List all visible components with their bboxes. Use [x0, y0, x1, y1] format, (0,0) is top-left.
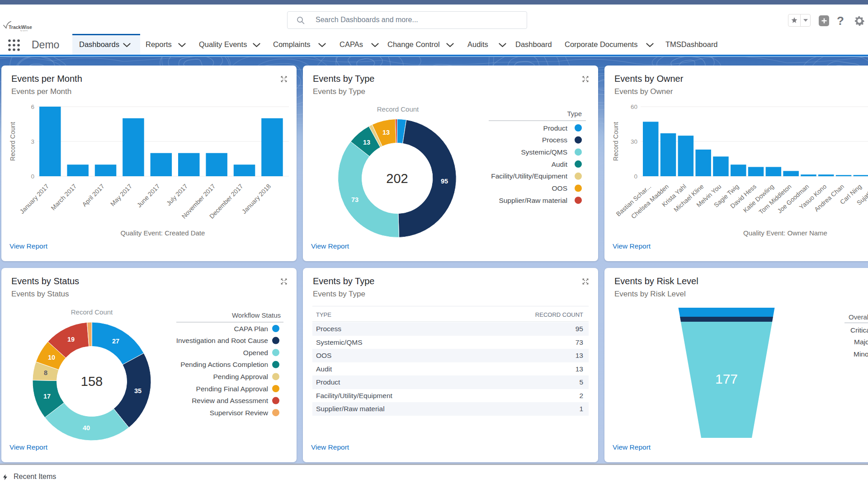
- svg-text:Workflow Status: Workflow Status: [232, 311, 281, 319]
- svg-text:40: 40: [83, 424, 90, 432]
- svg-text:10: 10: [48, 354, 55, 361]
- svg-text:Record Count: Record Count: [9, 122, 16, 161]
- svg-text:Product: Product: [543, 124, 568, 132]
- svg-text:158: 158: [81, 374, 103, 389]
- svg-text:13: 13: [382, 129, 390, 136]
- svg-text:January 2018: January 2018: [241, 183, 273, 215]
- svg-text:Record Count: Record Count: [612, 122, 619, 161]
- svg-text:13: 13: [363, 139, 370, 146]
- svg-text:73: 73: [351, 196, 359, 203]
- svg-text:Pending Final Approval: Pending Final Approval: [196, 385, 268, 393]
- svg-text:Audit: Audit: [552, 160, 568, 168]
- svg-text:177: 177: [715, 371, 738, 386]
- svg-text:Supervisor Review: Supervisor Review: [210, 409, 269, 417]
- svg-text:35: 35: [134, 387, 142, 394]
- svg-text:Systemic/QMS: Systemic/QMS: [521, 148, 567, 156]
- svg-text:CAPA Plan: CAPA Plan: [234, 325, 268, 333]
- svg-text:Investigation and Root Cause: Investigation and Root Cause: [176, 337, 268, 344]
- svg-text:0: 0: [634, 173, 637, 180]
- svg-text:July 2017: July 2017: [165, 183, 189, 207]
- svg-text:19: 19: [67, 336, 75, 343]
- svg-text:June 2017: June 2017: [136, 183, 161, 209]
- svg-text:202: 202: [386, 171, 408, 186]
- svg-text:Opened: Opened: [243, 349, 268, 357]
- svg-text:Supplier/Raw material: Supplier/Raw material: [499, 197, 567, 204]
- svg-text:January 2017: January 2017: [19, 183, 51, 215]
- svg-text:Facility/Utility/Equipment: Facility/Utility/Equipment: [491, 172, 568, 180]
- svg-text:Process: Process: [542, 136, 567, 144]
- svg-text:Record Count: Record Count: [377, 105, 419, 113]
- svg-text:17: 17: [43, 393, 51, 400]
- svg-text:3: 3: [31, 138, 34, 145]
- svg-text:Quality Event: Created Date: Quality Event: Created Date: [121, 229, 205, 237]
- svg-text:8: 8: [44, 369, 47, 376]
- svg-text:May 2017: May 2017: [109, 183, 133, 207]
- svg-text:Review and Assessment: Review and Assessment: [192, 397, 269, 404]
- svg-text:March 2017: March 2017: [49, 183, 78, 211]
- svg-text:OOS: OOS: [552, 184, 567, 192]
- svg-text:Pending Approval: Pending Approval: [213, 373, 268, 380]
- svg-text:Pending Actions Completion: Pending Actions Completion: [180, 361, 268, 368]
- svg-text:Type: Type: [567, 110, 582, 117]
- svg-text:60: 60: [631, 103, 637, 110]
- svg-text:April 2017: April 2017: [80, 183, 105, 208]
- svg-text:27: 27: [112, 338, 119, 345]
- svg-text:6: 6: [31, 103, 34, 110]
- svg-text:95: 95: [441, 178, 448, 185]
- svg-text:0: 0: [31, 173, 34, 180]
- svg-text:Quality Event: Owner Name: Quality Event: Owner Name: [743, 229, 827, 237]
- svg-text:30: 30: [631, 138, 637, 145]
- svg-text:Record Count: Record Count: [71, 308, 113, 316]
